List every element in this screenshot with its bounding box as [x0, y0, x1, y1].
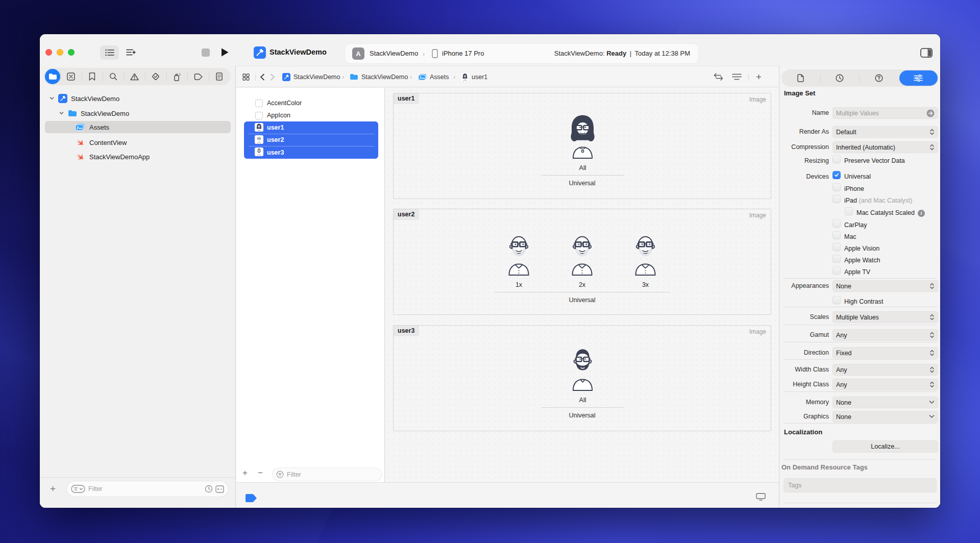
asset-row-accentcolor[interactable]: AccentColor	[236, 97, 384, 109]
memory-select[interactable]: None	[832, 397, 938, 408]
checkbox-ipad[interactable]	[832, 195, 841, 203]
plus-minus-icon[interactable]	[215, 485, 224, 493]
asset-filter-field[interactable]	[273, 468, 382, 481]
checkbox-apple-tv[interactable]	[832, 266, 841, 275]
gamut-label: Gamut	[779, 331, 829, 338]
asset-filter-input[interactable]	[284, 471, 378, 478]
checkbox-carplay[interactable]	[832, 219, 841, 228]
compare-versions-button[interactable]	[714, 66, 723, 87]
crumb-group[interactable]: StackViewDemo	[361, 66, 408, 87]
tags-field[interactable]	[783, 478, 937, 492]
tab-issues[interactable]	[125, 68, 145, 85]
image-slot-all[interactable]: All	[551, 344, 615, 404]
tab-file-inspector[interactable]	[781, 69, 820, 87]
asset-grid-toggle[interactable]	[242, 66, 250, 87]
tree-row-group[interactable]: StackViewDemo	[40, 107, 235, 120]
filter-menu-icon[interactable]	[71, 485, 85, 493]
disclosure-chevron-icon[interactable]	[59, 110, 64, 117]
localization-section-title: Localization	[784, 428, 822, 436]
navigator-filter-input[interactable]	[85, 485, 205, 492]
asset-row-appicon[interactable]: AppIcon	[236, 109, 384, 121]
show-slicing-tag-icon[interactable]	[246, 494, 257, 504]
recents-clock-icon[interactable]	[205, 485, 213, 493]
compression-select[interactable]: Inherited (Automatic)	[832, 141, 938, 153]
checkbox-apple-vision[interactable]	[832, 243, 841, 251]
tree-row-project[interactable]: StackViewDemo	[40, 92, 235, 105]
render-as-select[interactable]: Default	[832, 126, 938, 138]
checkbox-mac-catalyst-scaled[interactable]	[845, 207, 853, 215]
jumpbar-divider: |	[255, 66, 256, 87]
writing-tools-button[interactable]	[122, 45, 140, 60]
image-slot-3x[interactable]: 3x	[614, 229, 677, 288]
image-slot-2x[interactable]: 2x	[550, 229, 614, 288]
tab-help-inspector[interactable]	[860, 69, 898, 87]
navigator-list-button[interactable]	[100, 45, 119, 60]
remove-asset-button[interactable]: −	[258, 468, 263, 478]
tab-history-inspector[interactable]	[821, 69, 860, 87]
crumb-project[interactable]: StackViewDemo	[293, 66, 340, 87]
localize-button[interactable]: Localize...	[832, 440, 938, 453]
minimize-window-button[interactable]	[57, 49, 63, 56]
imageset-card-user1[interactable]: user1 Image All Universal	[393, 93, 771, 199]
tab-tests[interactable]	[145, 68, 166, 85]
run-destination-button[interactable]: iPhone 17 Pro	[442, 50, 484, 57]
checkbox-iphone[interactable]	[832, 183, 841, 191]
tab-attributes-inspector[interactable]	[899, 70, 938, 86]
crumb-assets[interactable]: Assets	[430, 66, 449, 87]
add-editor-button[interactable]: +	[756, 66, 762, 87]
status-project: StackViewDemo:	[554, 50, 605, 57]
tags-input[interactable]	[788, 482, 932, 489]
scales-select[interactable]: Multiple Values	[832, 311, 938, 323]
checkbox-mac[interactable]	[832, 231, 841, 239]
run-button[interactable]	[220, 47, 229, 59]
x-square-icon	[67, 72, 75, 81]
arrow-circle-icon[interactable]	[926, 109, 935, 117]
device-preview-icon[interactable]	[756, 493, 766, 502]
direction-select[interactable]: Fixed	[832, 347, 938, 359]
width-class-select[interactable]: Any	[832, 364, 938, 376]
forward-button[interactable]	[270, 66, 275, 87]
navigator-bottom-divider	[40, 477, 235, 478]
tab-reports[interactable]	[209, 68, 230, 85]
scheme-button[interactable]: StackViewDemo	[370, 50, 418, 57]
name-field[interactable]: Multiple Values	[832, 107, 938, 119]
tree-row-app[interactable]: StackViewDemoApp	[40, 150, 235, 163]
gamut-value: Any	[836, 332, 929, 339]
add-item-button[interactable]: +	[50, 483, 56, 495]
close-window-button[interactable]	[45, 49, 52, 56]
graphics-select[interactable]: None	[832, 411, 938, 423]
add-asset-button[interactable]: +	[242, 468, 248, 478]
tab-source-control[interactable]	[61, 68, 82, 85]
tab-project-navigator[interactable]	[45, 69, 60, 84]
back-button[interactable]	[260, 66, 265, 87]
height-class-select[interactable]: Any	[832, 379, 938, 390]
tab-find[interactable]	[103, 68, 124, 85]
inspector-toggle-button[interactable]	[917, 45, 936, 60]
stop-button[interactable]	[202, 48, 210, 57]
tab-debug[interactable]	[167, 68, 188, 85]
tab-breakpoints[interactable]	[188, 68, 209, 85]
asset-row-user2[interactable]: user2	[236, 134, 384, 146]
checkbox-apple-watch[interactable]	[832, 255, 841, 263]
tree-row-assets[interactable]: Assets	[40, 120, 235, 134]
compression-value: Inherited (Automatic)	[836, 144, 929, 151]
asset-row-user3[interactable]: user3	[236, 146, 384, 159]
tab-bookmarks[interactable]	[82, 68, 103, 85]
high-contrast-checkbox[interactable]	[832, 296, 841, 304]
tree-row-contentview[interactable]: ContentView	[40, 136, 235, 149]
image-slot-all[interactable]: All	[551, 112, 615, 171]
navigator-filter-field[interactable]	[67, 481, 228, 497]
checkbox-universal[interactable]	[832, 171, 841, 179]
fullscreen-window-button[interactable]	[68, 49, 75, 56]
appearances-select[interactable]: None	[832, 280, 938, 292]
info-icon[interactable]: i	[918, 210, 925, 217]
imageset-card-user3[interactable]: user3 Image All Universal	[393, 325, 771, 431]
crumb-imageset[interactable]: user1	[472, 66, 487, 87]
disclosure-chevron-icon[interactable]	[49, 95, 55, 103]
editor-options-button[interactable]	[732, 66, 742, 87]
asset-row-user1[interactable]: user1	[236, 121, 384, 134]
image-slot-1x[interactable]: 1x	[487, 229, 551, 288]
imageset-card-user2[interactable]: user2 Image 1x 2x 3x Universal	[393, 209, 771, 315]
preserve-vector-checkbox[interactable]	[832, 155, 841, 163]
gamut-select[interactable]: Any	[832, 329, 938, 341]
